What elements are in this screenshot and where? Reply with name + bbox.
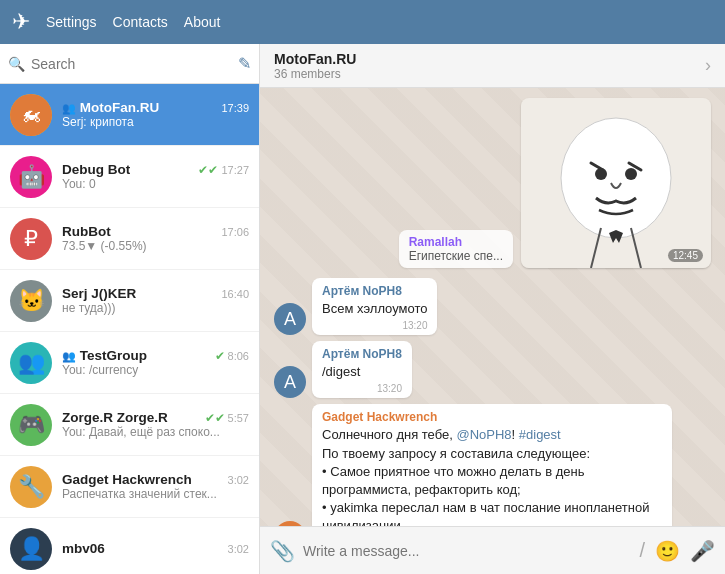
msg-sender-artem1: Артём NoPH8: [322, 284, 427, 298]
chat-preview-motofan: Serj: крипота: [62, 115, 232, 129]
chat-content-mbv06: mbv06 3:02: [62, 541, 249, 556]
menu-about[interactable]: About: [184, 14, 221, 30]
msg-meta-hello: 13:20: [322, 320, 427, 331]
chat-preview-rubbot: 73.5▼ (-0.55%): [62, 239, 232, 253]
chat-panel-title: MotoFan.RU: [274, 51, 705, 67]
msg-row-digest: А Артём NoPH8 /digest 13:20: [274, 341, 711, 398]
chat-time-serjjoker: 16:40: [221, 288, 249, 300]
chat-panel-subtitle: 36 members: [274, 67, 705, 81]
chat-name-rubbot: RubBot: [62, 224, 111, 239]
msg-text-gadget: Солнечного дня тебе, @NoPH8! #digest По …: [322, 426, 662, 526]
avatar-gadget: 🔧: [10, 466, 52, 508]
msg-ramallah-sender: Ramallah: [409, 235, 503, 249]
avatar-mbv06: 👤: [10, 528, 52, 570]
chat-preview-testgroup: You: /currency: [62, 363, 232, 377]
chat-item-debugbot[interactable]: 🤖 Debug Bot ✔✔ 17:27 You: 0: [0, 146, 259, 208]
msg-bubble-gadget: Gadget Hackwrench Солнечного дня тебе, @…: [312, 404, 672, 526]
chat-content-testgroup: 👥 TestGroup ✔ 8:06 You: /currency: [62, 348, 249, 377]
menu-settings[interactable]: Settings: [46, 14, 97, 30]
chat-preview-gadget: Распечатка значений стек...: [62, 487, 232, 501]
chat-header-bar: MotoFan.RU 36 members ›: [260, 44, 725, 88]
attach-icon[interactable]: 📎: [270, 539, 295, 563]
chat-item-gadget[interactable]: 🔧 Gadget Hackwrench 3:02 Распечатка знач…: [0, 456, 259, 518]
msg-sender-artem2: Артём NoPH8: [322, 347, 402, 361]
msg-avatar-artem2: А: [274, 366, 306, 398]
chat-item-zorge[interactable]: 🎮 Zorge.R Zorge.R ✔✔ 5:57 You: Давай, ещ…: [0, 394, 259, 456]
chat-content-rubbot: RubBot 17:06 73.5▼ (-0.55%): [62, 224, 249, 253]
svg-point-6: [595, 168, 607, 180]
menu-contacts[interactable]: Contacts: [113, 14, 168, 30]
svg-point-3: [561, 118, 671, 238]
chat-item-mbv06[interactable]: 👤 mbv06 3:02: [0, 518, 259, 574]
main-layout: 🔍 ✎ 🏍 👥 MotoFan.RU 17:39 Serj: крипот: [0, 44, 725, 574]
input-bar: 📎 / 🙂 🎤: [260, 526, 725, 574]
chat-name-debugbot: Debug Bot: [62, 162, 130, 177]
chat-time-rubbot: 17:06: [221, 226, 249, 238]
chat-preview-serjjoker: не туда))): [62, 301, 232, 315]
chat-list: 🏍 👥 MotoFan.RU 17:39 Serj: крипота 🤖: [0, 84, 259, 574]
avatar-motofan: 🏍: [10, 94, 52, 136]
chat-time-gadget: 3:02: [228, 474, 249, 486]
search-bar: 🔍 ✎: [0, 44, 259, 84]
search-icon: 🔍: [8, 56, 25, 72]
telegram-logo-icon: ✈: [12, 9, 30, 35]
msg-meme-time: 12:45: [668, 249, 703, 262]
msg-avatar-artem: А: [274, 303, 306, 335]
chat-time-motofan: 17:39: [221, 102, 249, 114]
msg-meta-digest: 13:20: [322, 383, 402, 394]
chat-name-motofan: 👥 MotoFan.RU: [62, 100, 159, 115]
chat-item-rubbot[interactable]: ₽ RubBot 17:06 73.5▼ (-0.55%): [0, 208, 259, 270]
top-bar-menu: Settings Contacts About: [46, 14, 220, 30]
avatar-testgroup: 👥: [10, 342, 52, 384]
msg-ramallah-bubble: Ramallah Египетские спе...: [399, 230, 513, 268]
message-input[interactable]: [303, 543, 631, 559]
avatar-debugbot: 🤖: [10, 156, 52, 198]
avatar-rubbot: ₽: [10, 218, 52, 260]
sidebar: 🔍 ✎ 🏍 👥 MotoFan.RU 17:39 Serj: крипот: [0, 44, 260, 574]
svg-text:🏍: 🏍: [21, 103, 41, 125]
compose-icon[interactable]: ✎: [238, 54, 251, 73]
chat-time-zorge: ✔✔ 5:57: [205, 411, 249, 425]
sticker-icon[interactable]: /: [639, 539, 645, 562]
chat-content-serjjoker: Serj J()KER 16:40 не туда))): [62, 286, 249, 315]
chat-name-testgroup: 👥 TestGroup: [62, 348, 147, 363]
chat-info-chevron-icon[interactable]: ›: [705, 55, 711, 76]
chat-content-motofan: 👥 MotoFan.RU 17:39 Serj: крипота: [62, 100, 249, 129]
msg-bubble-digest: Артём NoPH8 /digest 13:20: [312, 341, 412, 398]
msg-row-hello: А Артём NoPH8 Всем хэллоумото 13:20: [274, 278, 711, 335]
chat-time-debugbot: ✔✔ 17:27: [198, 163, 249, 177]
msg-text-digest: /digest: [322, 363, 402, 381]
msg-bubble-hello: Артём NoPH8 Всем хэллоумото 13:20: [312, 278, 437, 335]
chat-time-testgroup: ✔ 8:06: [215, 349, 249, 363]
avatar-zorge: 🎮: [10, 404, 52, 446]
chat-item-serjjoker[interactable]: 🐱 Serj J()KER 16:40 не туда))): [0, 270, 259, 332]
msg-ramallah-text: Египетские спе...: [409, 249, 503, 263]
chat-name-gadget: Gadget Hackwrench: [62, 472, 192, 487]
chat-preview-debugbot: You: 0: [62, 177, 232, 191]
chat-time-mbv06: 3:02: [228, 543, 249, 555]
msg-meme-image: 12:45: [521, 98, 711, 268]
chat-item-testgroup[interactable]: 👥 👥 TestGroup ✔ 8:06 You: /currency: [0, 332, 259, 394]
chat-item-motofan[interactable]: 🏍 👥 MotoFan.RU 17:39 Serj: крипота: [0, 84, 259, 146]
chat-content-debugbot: Debug Bot ✔✔ 17:27 You: 0: [62, 162, 249, 191]
msg-sender-gadget: Gadget Hackwrench: [322, 410, 662, 424]
chat-panel: MotoFan.RU 36 members › Ramallah Египетс…: [260, 44, 725, 574]
mic-icon[interactable]: 🎤: [690, 539, 715, 563]
chat-name-zorge: Zorge.R Zorge.R: [62, 410, 168, 425]
chat-content-zorge: Zorge.R Zorge.R ✔✔ 5:57 You: Давай, ещё …: [62, 410, 249, 439]
input-right-icons: / 🙂 🎤: [639, 539, 715, 563]
messages-area: Ramallah Египетские спе...: [260, 88, 725, 526]
emoji-icon[interactable]: 🙂: [655, 539, 680, 563]
msg-row-gadget: 🔧 Gadget Hackwrench Солнечного дня тебе,…: [274, 404, 711, 526]
chat-name-serjjoker: Serj J()KER: [62, 286, 136, 301]
top-bar: ✈ Settings Contacts About: [0, 0, 725, 44]
chat-title-wrap: MotoFan.RU 36 members: [274, 51, 705, 81]
msg-text-hello: Всем хэллоумото: [322, 300, 427, 318]
chat-content-gadget: Gadget Hackwrench 3:02 Распечатка значен…: [62, 472, 249, 501]
search-input[interactable]: [31, 56, 232, 72]
chat-preview-zorge: You: Давай, ещё раз споко...: [62, 425, 232, 439]
avatar-serjjoker: 🐱: [10, 280, 52, 322]
svg-point-7: [625, 168, 637, 180]
chat-name-mbv06: mbv06: [62, 541, 105, 556]
